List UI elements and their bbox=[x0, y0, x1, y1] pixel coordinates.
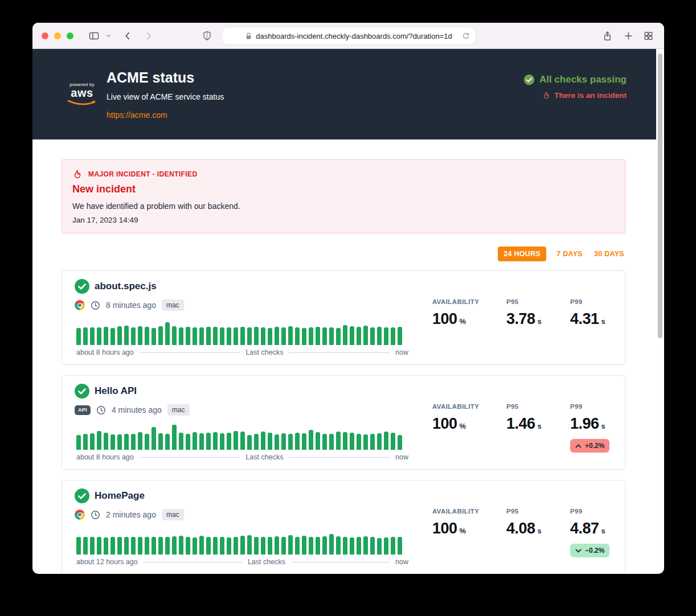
privacy-shield-icon[interactable] bbox=[202, 30, 212, 42]
uptime-bar bbox=[295, 433, 300, 450]
address-bar[interactable]: dashboards-incident.checkly-dashboards.c… bbox=[222, 27, 476, 44]
uptime-bar bbox=[281, 537, 286, 555]
uptime-bar bbox=[316, 327, 320, 345]
incident-indicator[interactable]: There is an incident bbox=[523, 91, 627, 100]
browser-window: dashboards-incident.checkly-dashboards.c… bbox=[32, 23, 664, 574]
uptime-bar bbox=[281, 327, 286, 345]
uptime-bar bbox=[275, 434, 279, 450]
uptime-bar bbox=[329, 327, 334, 345]
reload-icon[interactable] bbox=[462, 32, 470, 42]
last-run-text: 2 minutes ago bbox=[106, 510, 156, 519]
check-stats: AVAILABILITY 100% P95 3.78s P99 4.31s bbox=[432, 298, 631, 328]
aws-logo-text: aws bbox=[65, 87, 99, 98]
uptime-bar bbox=[131, 327, 136, 345]
uptime-bar bbox=[117, 434, 122, 450]
chart-axis: about 8 hours ago Last checks now bbox=[76, 453, 408, 461]
chevron-up-icon bbox=[575, 444, 582, 448]
uptime-bar bbox=[124, 537, 129, 555]
uptime-bar bbox=[158, 433, 163, 450]
scrollbar-thumb[interactable] bbox=[658, 54, 662, 338]
sidebar-toggle-icon[interactable] bbox=[88, 30, 100, 42]
time-range-7-days[interactable]: 7 DAYS bbox=[555, 247, 584, 261]
uptime-bar bbox=[309, 327, 313, 345]
uptime-bar bbox=[83, 327, 88, 345]
uptime-bar bbox=[104, 433, 108, 450]
uptime-bar bbox=[206, 327, 211, 345]
clock-icon bbox=[91, 510, 100, 520]
minimize-window-button[interactable] bbox=[54, 32, 61, 39]
chevron-down-icon[interactable] bbox=[105, 32, 112, 39]
acme-link[interactable]: https://acme.com bbox=[107, 110, 167, 120]
uptime-bar bbox=[193, 432, 197, 450]
forward-button[interactable] bbox=[142, 30, 154, 42]
axis-line bbox=[140, 457, 240, 458]
last-run-text: 4 minutes ago bbox=[112, 405, 162, 414]
time-range-24-hours[interactable]: 24 HOURS bbox=[498, 247, 546, 261]
clock-icon bbox=[91, 301, 100, 310]
uptime-bar bbox=[363, 434, 368, 450]
dashboard-header: powered by aws ACME status Live view of … bbox=[32, 49, 656, 139]
uptime-bar bbox=[152, 427, 156, 450]
uptime-bar bbox=[357, 327, 361, 345]
back-button[interactable] bbox=[122, 30, 134, 42]
uptime-bar bbox=[261, 537, 265, 555]
uptime-bar bbox=[316, 432, 320, 450]
check-passing-icon bbox=[75, 384, 89, 399]
uptime-bar bbox=[329, 434, 334, 450]
check-passing-icon bbox=[75, 488, 89, 503]
uptime-bar bbox=[76, 537, 81, 555]
zoom-window-button[interactable] bbox=[67, 32, 73, 39]
incident-kicker: MAJOR INCIDENT - IDENTIFIED bbox=[88, 170, 197, 178]
uptime-bar bbox=[240, 536, 245, 555]
uptime-bar bbox=[138, 537, 142, 555]
p99-delta: −0.2% bbox=[570, 544, 609, 557]
uptime-bar bbox=[179, 433, 183, 450]
uptime-bar bbox=[124, 326, 129, 345]
uptime-bar bbox=[193, 327, 197, 345]
axis-start-label: about 8 hours ago bbox=[76, 453, 134, 461]
uptime-bar bbox=[261, 432, 265, 450]
uptime-bar bbox=[165, 537, 170, 555]
uptime-bar bbox=[97, 431, 101, 450]
page-subtitle: Live view of ACME service status bbox=[107, 92, 224, 101]
check-meta: 8 minutes ago mac bbox=[75, 299, 184, 311]
axis-mid-label: Last checks bbox=[248, 558, 285, 566]
location-tag: mac bbox=[167, 404, 190, 416]
uptime-bar bbox=[158, 537, 163, 555]
uptime-bar bbox=[110, 434, 115, 450]
uptime-bar bbox=[350, 326, 354, 345]
uptime-bar bbox=[254, 434, 259, 450]
uptime-bar bbox=[131, 434, 136, 450]
availability-stat: AVAILABILITY 100% bbox=[432, 508, 506, 557]
new-tab-icon[interactable] bbox=[623, 30, 634, 42]
uptime-bars bbox=[76, 528, 406, 555]
incident-title: New incident bbox=[72, 183, 615, 195]
check-stats: AVAILABILITY 100% P95 1.46s P99 1.96s +0… bbox=[432, 403, 631, 453]
uptime-bar bbox=[220, 433, 224, 450]
close-window-button[interactable] bbox=[42, 32, 48, 39]
uptime-bar bbox=[227, 537, 231, 555]
share-icon[interactable] bbox=[602, 30, 613, 42]
uptime-bar bbox=[384, 327, 388, 345]
uptime-bar bbox=[97, 537, 101, 555]
uptime-bar bbox=[186, 537, 190, 555]
p95-stat: P95 4.08s bbox=[506, 508, 570, 557]
uptime-bar bbox=[213, 537, 218, 555]
uptime-bar bbox=[281, 433, 286, 450]
uptime-bar bbox=[247, 535, 252, 555]
uptime-bar bbox=[199, 536, 204, 555]
chevron-down-icon bbox=[575, 549, 582, 553]
uptime-bar bbox=[275, 327, 279, 345]
uptime-bar bbox=[309, 537, 313, 555]
uptime-bar bbox=[268, 433, 272, 450]
uptime-bar bbox=[165, 322, 170, 345]
time-range-30-days[interactable]: 30 DAYS bbox=[593, 247, 625, 261]
status-incident-label: There is an incident bbox=[554, 91, 627, 100]
p95-stat: P95 3.78s bbox=[506, 298, 570, 328]
delta-value: −0.2% bbox=[585, 547, 604, 555]
uptime-bar bbox=[240, 432, 245, 450]
check-circle-icon bbox=[523, 74, 535, 85]
uptime-bar bbox=[357, 434, 361, 450]
check-meta: API 4 minutes ago mac bbox=[75, 404, 190, 416]
tab-overview-icon[interactable] bbox=[643, 30, 654, 42]
